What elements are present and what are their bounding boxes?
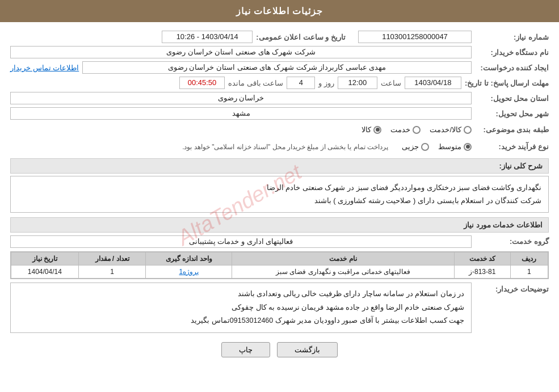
col-header-date: تاریخ نیاز bbox=[11, 252, 79, 265]
city-value: مشهد bbox=[10, 107, 472, 120]
deadline-time-label: ساعت bbox=[381, 79, 401, 87]
purchase-type-jozii[interactable]: جزیی bbox=[402, 142, 429, 151]
buyer-label: نام دستگاه خریدار: bbox=[475, 48, 549, 57]
service-group-row: گروه خدمت: فعالیتهای اداری و خدمات پشتیب… bbox=[10, 235, 549, 248]
col-header-radif: ردیف bbox=[510, 252, 548, 265]
creator-label: ایجاد کننده درخواست: bbox=[475, 64, 549, 72]
purchase-type-motavasset[interactable]: متوسط bbox=[438, 142, 472, 151]
deadline-time: 12:00 bbox=[338, 77, 377, 89]
date-value: 1403/04/14 - 10:26 bbox=[162, 31, 253, 43]
buyer-notes-line1: در زمان استعلام در سامانه ساچار دارای ظر… bbox=[18, 288, 464, 301]
radio-jozii bbox=[421, 143, 429, 151]
need-description-line2: شرکت کنندگان در استعلام بایستی دارای ( ص… bbox=[18, 194, 541, 207]
radio-khadamat bbox=[413, 126, 421, 134]
need-description-box: نگهداری وکاشت فضای سبز درختکاری وموارددی… bbox=[10, 176, 549, 213]
category-option-kala[interactable]: کالا bbox=[362, 125, 381, 134]
radio-motavasset bbox=[464, 143, 472, 151]
back-button[interactable]: بازگشت bbox=[277, 342, 338, 357]
purchase-type-row: نوع فرآیند خرید: متوسط جزیی پرداخت تمام … bbox=[10, 140, 549, 154]
table-row: 1 813-81-ز فعالیتهای خدماتی مراقبت و نگه… bbox=[11, 265, 548, 278]
cell-radif: 1 bbox=[510, 265, 548, 278]
deadline-days-label: روز و bbox=[318, 79, 334, 87]
category-row: طبقه بندی موضوعی: کالا/خدمت خدمت کالا bbox=[10, 123, 549, 137]
purchase-motavasset-label: متوسط bbox=[438, 142, 461, 151]
print-button[interactable]: چاپ bbox=[221, 342, 270, 357]
table-header-row: ردیف کد خدمت نام خدمت واحد اندازه گیری ت… bbox=[11, 252, 548, 265]
radio-kala bbox=[373, 126, 381, 134]
cell-name: فعالیتهای خدماتی مراقبت و نگهداری فضای س… bbox=[232, 265, 454, 278]
col-header-qty: تعداد / مقدار bbox=[78, 252, 146, 265]
deadline-row: مهلت ارسال پاسخ: تا تاریخ: 1403/04/18 سا… bbox=[10, 77, 549, 89]
radio-kala-khadamat bbox=[464, 126, 472, 134]
col-header-unit: واحد اندازه گیری bbox=[146, 252, 232, 265]
deadline-days: 4 bbox=[287, 77, 315, 89]
deadline-label: مهلت ارسال پاسخ: تا تاریخ: bbox=[465, 79, 549, 87]
province-label: استان محل تحویل: bbox=[475, 94, 549, 103]
col-header-name: نام خدمت bbox=[232, 252, 454, 265]
deadline-remaining: 00:45:50 bbox=[179, 77, 225, 89]
province-row: استان محل تحویل: خراسان رضوی bbox=[10, 92, 549, 104]
purchase-type-label: نوع فرآیند خرید: bbox=[475, 142, 549, 151]
cell-unit[interactable]: پروژه1 bbox=[146, 265, 232, 278]
buyer-notes-line2: شهرک صنعتی خادم الرضا واقع در جاده مشهد … bbox=[18, 301, 464, 315]
need-description-section-title: شرح کلی نیاز: bbox=[10, 158, 549, 174]
service-group-value: فعالیتهای اداری و خدمات پشتیبانی bbox=[10, 235, 472, 248]
need-number-value: 1103001258000047 bbox=[358, 31, 472, 43]
col-header-code: کد خدمت bbox=[454, 252, 510, 265]
category-options: کالا/خدمت خدمت کالا bbox=[362, 125, 472, 134]
page-title: جزئیات اطلاعات نیاز bbox=[236, 6, 323, 16]
category-kala-khadamat-label: کالا/خدمت bbox=[430, 125, 461, 134]
city-row: شهر محل تحویل: مشهد bbox=[10, 107, 549, 120]
creator-value: مهدی عباسی کاربرداز شرکت شهرک های صنعتی … bbox=[82, 61, 472, 74]
need-number-label: شماره نیاز: bbox=[475, 33, 549, 41]
purchase-jozii-label: جزیی bbox=[402, 142, 419, 151]
date-label: تاریخ و ساعت اعلان عمومی: bbox=[256, 33, 346, 41]
buyer-notes-label: توضیحات خریدار: bbox=[475, 283, 549, 293]
buyer-notes-row: توضیحات خریدار: در زمان استعلام در سامان… bbox=[10, 283, 549, 333]
province-value: خراسان رضوی bbox=[10, 92, 472, 104]
cell-code: 813-81-ز bbox=[454, 265, 510, 278]
buyer-notes-line3: جهت کسب اطلاعات بیشتر با آقای صبور داوود… bbox=[18, 314, 464, 328]
content-area: شماره نیاز: 1103001258000047 تاریخ و ساع… bbox=[0, 22, 559, 369]
category-option-khadamat[interactable]: خدمت bbox=[390, 125, 421, 134]
services-table: ردیف کد خدمت نام خدمت واحد اندازه گیری ت… bbox=[11, 252, 548, 279]
deadline-date: 1403/04/18 bbox=[405, 77, 461, 89]
contact-link[interactable]: اطلاعات تماس خریدار bbox=[10, 64, 79, 72]
category-label: طبقه بندی موضوعی: bbox=[475, 125, 549, 134]
creator-row: ایجاد کننده درخواست: مهدی عباسی کاربرداز… bbox=[10, 61, 549, 74]
page-wrapper: AltaTender.net جزئیات اطلاعات نیاز شماره… bbox=[0, 0, 559, 392]
services-table-container: ردیف کد خدمت نام خدمت واحد اندازه گیری ت… bbox=[10, 251, 549, 279]
category-option-kala-khadamat[interactable]: کالا/خدمت bbox=[430, 125, 472, 134]
service-group-label: گروه خدمت: bbox=[475, 237, 549, 246]
need-description-line1: نگهداری وکاشت فضای سبز درختکاری وموارددی… bbox=[18, 181, 541, 194]
buyer-notes-box: در زمان استعلام در سامانه ساچار دارای ظر… bbox=[10, 283, 472, 333]
need-number-row: شماره نیاز: 1103001258000047 تاریخ و ساع… bbox=[10, 31, 549, 43]
city-label: شهر محل تحویل: bbox=[475, 109, 549, 118]
deadline-remaining-label: ساعت باقی مانده bbox=[228, 79, 283, 87]
services-section-title: اطلاعات خدمات مورد نیاز bbox=[10, 217, 549, 233]
category-kala-label: کالا bbox=[362, 125, 371, 134]
button-row: بازگشت چاپ bbox=[10, 342, 549, 357]
purchase-type-options: متوسط جزیی پرداخت تمام یا بخشی از مبلغ خ… bbox=[182, 142, 472, 151]
buyer-value: شرکت شهرک های صنعتی استان خراسان رضوی bbox=[10, 46, 472, 58]
cell-date: 1404/04/14 bbox=[11, 265, 79, 278]
cell-qty: 1 bbox=[78, 265, 146, 278]
purchase-note: پرداخت تمام یا بخشی از مبلغ خریدار محل "… bbox=[182, 143, 388, 151]
page-header: جزئیات اطلاعات نیاز bbox=[0, 0, 559, 22]
buyer-row: نام دستگاه خریدار: شرکت شهرک های صنعتی ا… bbox=[10, 46, 549, 58]
category-khadamat-label: خدمت bbox=[390, 125, 410, 134]
